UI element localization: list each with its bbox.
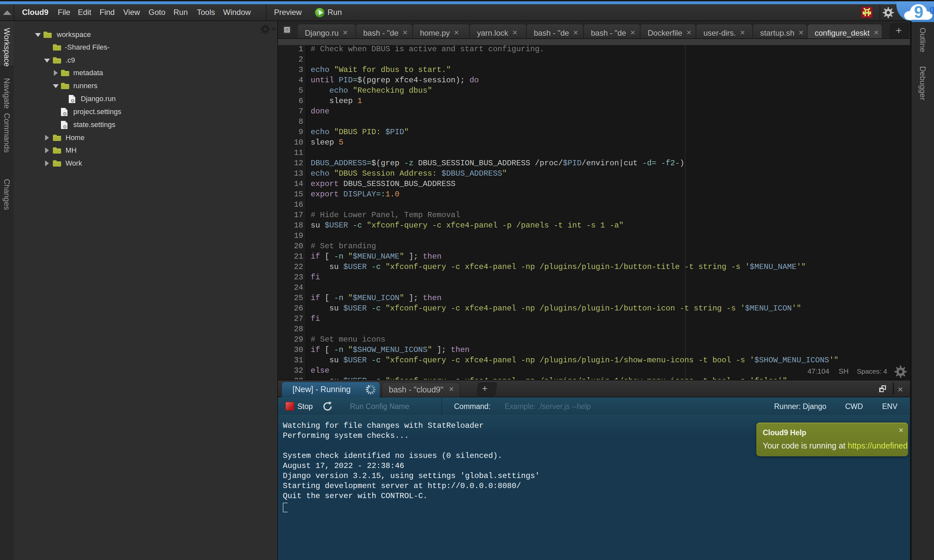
svg-text:9: 9 — [914, 3, 924, 22]
